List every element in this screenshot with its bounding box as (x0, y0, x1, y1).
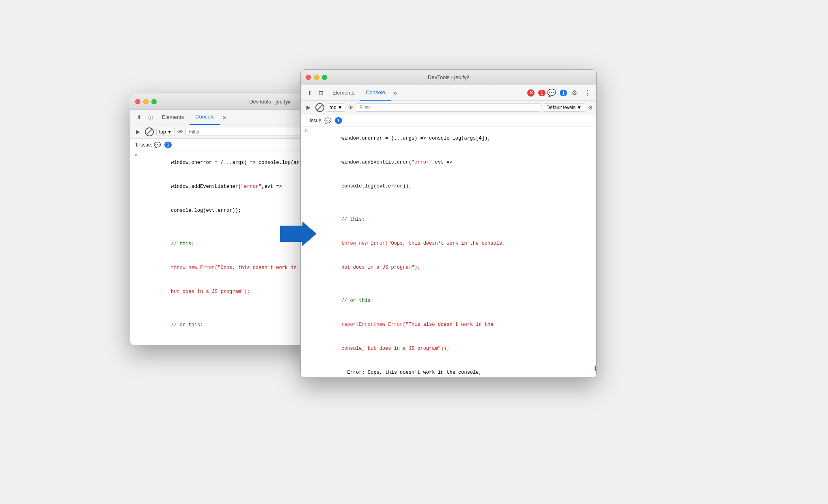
console-throw1-front: throw new Error("Oops, this doesn't work… (301, 232, 596, 256)
tab-console-front[interactable]: Console (360, 85, 391, 101)
console-toolbar-front: ▶ top ▼ 👁 Default levels ▼ ⚙ (301, 101, 596, 114)
console-comment2-front: // or this: (301, 289, 596, 313)
issue-count-back: 1 (164, 142, 172, 148)
info-icon-front: 💬 (547, 88, 556, 97)
context-selector-front[interactable]: top ▼ (327, 103, 345, 112)
tab-more-front[interactable]: » (391, 89, 399, 97)
console-line-1-front: window.onerror = (...args) => console.lo… (301, 127, 596, 151)
minimize-button-front[interactable] (314, 75, 319, 80)
traffic-lights-front (306, 75, 327, 80)
console-comment1-front: // this: (301, 208, 596, 232)
issue-icon-front: 💬 (324, 117, 331, 124)
issue-bar-front: 1 Issue: 💬 1 (301, 114, 596, 127)
tab-elements-back[interactable]: Elements (156, 110, 190, 125)
console-throw2-front: but does in a JS program"); (301, 256, 596, 280)
maximize-button-back[interactable] (151, 99, 157, 104)
console-report1-front: reportError(new Error("This also doesn't… (301, 313, 596, 337)
console-blank1-front (301, 198, 596, 208)
settings-icon-front[interactable]: ⚙ (588, 104, 593, 111)
tab-console-back[interactable]: Console (190, 110, 220, 125)
traffic-lights-back (135, 99, 157, 104)
maximize-button-front[interactable] (322, 75, 327, 80)
red-arrow-1 (595, 364, 596, 375)
gear-icon-front[interactable]: ⚙ (569, 87, 580, 99)
window-title-front: DevTools - jec.fyi/ (428, 74, 469, 80)
titlebar-front: DevTools - jec.fyi/ (301, 70, 596, 85)
issue-count-front: 1 (335, 117, 342, 124)
play-icon-back[interactable]: ▶ (134, 127, 142, 136)
issue-icon-back: 💬 (154, 142, 161, 148)
tab-bar-front: ⬆ ⊡ Elements Console » ✕ 1 💬 1 ⚙ ⋮ (301, 85, 596, 101)
svg-marker-1 (595, 364, 596, 373)
layers-icon-back[interactable]: ⊡ (145, 112, 156, 123)
play-icon-front[interactable]: ▶ (304, 103, 313, 112)
error-plain-1-front: Error: Oops, this doesn't work in the co… (301, 361, 596, 377)
error-count-front: 1 (538, 90, 546, 96)
blue-arrow-indicator (280, 220, 317, 248)
no-icon-back[interactable] (145, 127, 154, 136)
levels-button-front[interactable]: Default levels ▼ (543, 103, 585, 112)
error-ref-1-front[interactable]: VM16:1 (576, 376, 593, 377)
tab-elements-front[interactable]: Elements (327, 85, 360, 101)
console-line-2-front: window.addEventListener("error",evt => (301, 151, 596, 174)
svg-marker-0 (280, 222, 317, 246)
eye-icon-back[interactable]: 👁 (177, 129, 183, 135)
console-report2-front: console, but does in a JS program")); (301, 337, 596, 361)
error-plain-wrapper-1: Error: Oops, this doesn't work in the co… (301, 361, 596, 377)
close-button-front[interactable] (306, 75, 311, 80)
close-button-back[interactable] (135, 99, 140, 104)
tab-more-back[interactable]: » (220, 114, 229, 121)
console-line-3-front: console.log(evt.error)); (301, 174, 596, 198)
eye-icon-front[interactable]: 👁 (348, 104, 354, 111)
filter-input-front[interactable] (356, 103, 540, 112)
devtools-window-front: DevTools - jec.fyi/ ⬆ ⊡ Elements Console… (300, 69, 597, 378)
error-badge-front: ✕ (527, 89, 535, 97)
layers-icon-front[interactable]: ⊡ (315, 87, 327, 99)
console-content-front: window.onerror = (...args) => console.lo… (301, 127, 596, 377)
info-count-front: 1 (560, 90, 567, 96)
console-blank2-front (301, 280, 596, 289)
minimize-button-back[interactable] (143, 99, 149, 104)
window-title-back: DevTools - jec.fyi/ (249, 99, 291, 105)
cursor-icon-back[interactable]: ⬆ (134, 112, 145, 123)
no-icon-front[interactable] (315, 103, 324, 112)
cursor-icon-front[interactable]: ⬆ (304, 87, 315, 99)
more-icon-front[interactable]: ⋮ (582, 87, 593, 99)
context-selector-back[interactable]: top ▼ (156, 128, 175, 136)
